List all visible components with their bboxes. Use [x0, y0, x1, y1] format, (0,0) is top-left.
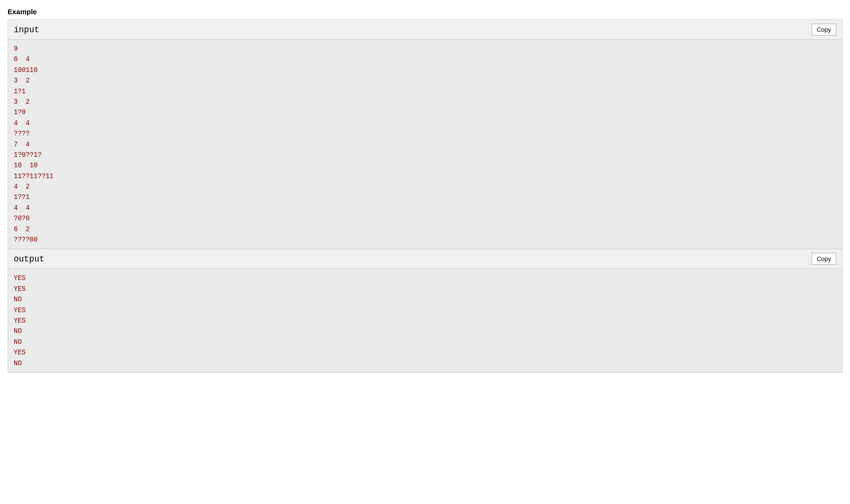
list-item: 4 4 [14, 118, 836, 128]
list-item: NO [14, 337, 836, 347]
example-title: Example [8, 8, 842, 16]
list-item: NO [14, 358, 836, 369]
list-item: 7 4 [14, 139, 836, 150]
list-item: 10 10 [14, 160, 836, 171]
list-item: ????00 [14, 234, 836, 245]
list-item: YES [14, 315, 836, 326]
list-item: 9 [14, 44, 836, 54]
list-item: 11??11??11 [14, 171, 836, 181]
list-item: 6 2 [14, 224, 836, 234]
list-item: 100110 [14, 65, 836, 75]
output-copy-button[interactable]: Copy [812, 253, 836, 265]
output-content: YESYESNOYESYESNONOYESNO [8, 269, 842, 372]
list-item: YES [14, 273, 836, 283]
list-item: ?0?0 [14, 213, 836, 224]
output-section: output Copy YESYESNOYESYESNONOYESNO [8, 249, 842, 373]
input-label: input [14, 25, 39, 35]
list-item: NO [14, 326, 836, 336]
list-item: 1?0??1? [14, 150, 836, 160]
output-label: output [14, 254, 45, 264]
input-copy-button[interactable]: Copy [812, 24, 836, 36]
input-content: 96 41001103 21?13 21?04 4????7 41?0??1?1… [8, 40, 842, 249]
output-section-header: output Copy [8, 249, 842, 269]
list-item: 6 4 [14, 54, 836, 64]
list-item: 3 2 [14, 75, 836, 86]
list-item: 1??1 [14, 192, 836, 202]
list-item: YES [14, 305, 836, 315]
page-container: Example input Copy 96 41001103 21?13 21?… [8, 8, 842, 373]
list-item: 3 2 [14, 97, 836, 107]
list-item: 4 4 [14, 203, 836, 213]
list-item: ???? [14, 128, 836, 139]
list-item: 1?1 [14, 86, 836, 97]
list-item: NO [14, 294, 836, 305]
list-item: YES [14, 284, 836, 294]
input-section: input Copy 96 41001103 21?13 21?04 4????… [8, 19, 842, 249]
list-item: YES [14, 347, 836, 358]
input-section-header: input Copy [8, 20, 842, 40]
list-item: 4 2 [14, 181, 836, 192]
list-item: 1?0 [14, 107, 836, 117]
